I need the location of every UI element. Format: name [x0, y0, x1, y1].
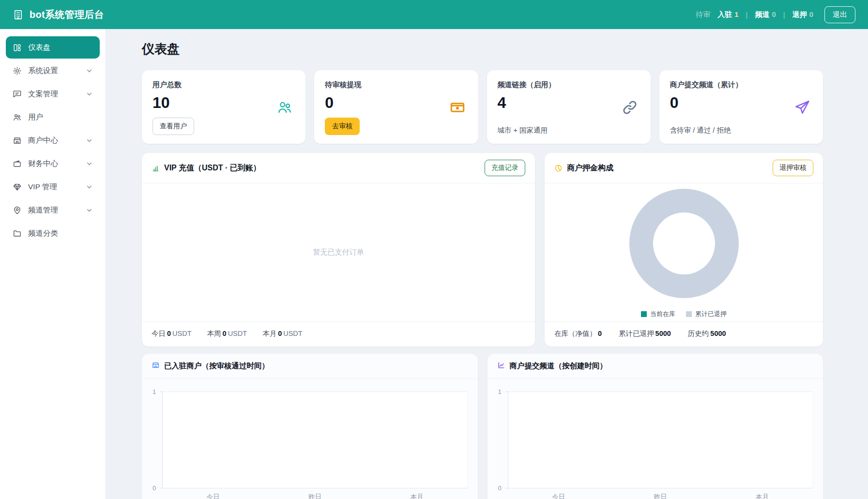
summary-value: 5000: [710, 330, 726, 337]
divider: |: [746, 11, 748, 19]
deposit-refund-review-button[interactable]: 退押审核: [773, 160, 813, 176]
legend-label: 当前在库: [650, 310, 675, 318]
chart-area: 1 0 今日 昨日 本月: [142, 379, 478, 499]
panel-header: VIP 充值（USDT · 已到账） 充值记录: [142, 153, 535, 183]
summary-item: 本月0USDT: [262, 329, 303, 338]
sidebar-item-label: 频道分类: [28, 228, 58, 239]
x-axis-labels: 今日 昨日 本月: [162, 488, 468, 499]
sidebar-item-label: 商户中心: [28, 136, 58, 146]
counter-label: 频道: [755, 10, 769, 19]
sidebar-item-label: VIP 管理: [28, 182, 57, 192]
counter-label: 入驻: [717, 10, 732, 19]
counter-deposit-refund[interactable]: 退押 0: [792, 10, 813, 19]
donut-legend: 当前在库 累计已退押: [641, 310, 727, 318]
comment-icon: [13, 90, 22, 99]
chevron-down-icon: [86, 137, 93, 144]
go-review-button[interactable]: 去审核: [325, 118, 360, 135]
x-axis-labels: 今日 昨日 本月: [508, 488, 814, 499]
summary-item: 今日0USDT: [152, 329, 192, 338]
users-icon: [276, 99, 293, 116]
summary-unit: USDT: [172, 330, 191, 337]
stat-cards-row: 用户总数 10 查看用户 待审核提现 0 去审核 频: [142, 70, 823, 144]
pending-review-label: 待审: [696, 10, 710, 19]
sidebar-item-dashboard[interactable]: 仪表盘: [6, 36, 100, 59]
bottom-row: 已入驻商户（按审核通过时间） 1 0 今日 昨日 本月: [142, 354, 823, 499]
y-axis-tick: 1: [498, 388, 502, 395]
legend-item-in-stock[interactable]: 当前在库: [641, 310, 675, 318]
sidebar-item-users[interactable]: 用户: [6, 106, 100, 128]
sidebar-item-channel-category[interactable]: 频道分类: [6, 222, 100, 244]
chevron-down-icon: [86, 160, 93, 167]
panel-title: 商户押金构成: [567, 163, 613, 173]
sidebar-item-label: 系统设置: [28, 66, 58, 76]
summary-value: 0: [167, 330, 171, 337]
divider: |: [783, 11, 785, 19]
view-users-button[interactable]: 查看用户: [152, 118, 194, 135]
sidebar-item-label: 频道管理: [28, 205, 58, 215]
counter-merchant-join[interactable]: 入驻 1: [717, 10, 738, 19]
summary-value: 0: [278, 330, 282, 337]
counter-value: 1: [734, 10, 738, 18]
chevron-down-icon: [86, 183, 93, 191]
x-axis-tick: 本月: [366, 493, 468, 499]
recharge-records-button[interactable]: 充值记录: [485, 160, 525, 176]
panel-title: 商户提交频道（按创建时间）: [510, 361, 608, 371]
sidebar-item-label: 仪表盘: [28, 43, 51, 53]
stat-footnote: 含待审 / 通过 / 拒绝: [670, 126, 731, 134]
empty-state-text: 暂无已支付订单: [313, 248, 364, 257]
stat-value: 10: [152, 95, 295, 110]
summary-label: 本周: [207, 330, 221, 337]
legend-label: 累计已退押: [695, 310, 727, 318]
vip-summary: 今日0USDT 本周0USDT 本月0USDT: [142, 321, 535, 347]
middle-row: VIP 充值（USDT · 已到账） 充值记录 暂无已支付订单 今日0USDT …: [142, 153, 823, 347]
vip-chart-area: 暂无已支付订单: [142, 183, 535, 321]
logout-button[interactable]: 退出: [824, 6, 855, 23]
chevron-down-icon: [86, 91, 93, 98]
sidebar: 仪表盘 系统设置 文案管理 用户: [0, 29, 106, 499]
deposit-summary: 在库（净值）0 累计已退押5000 历史约5000: [545, 321, 823, 347]
sidebar-item-vip-management[interactable]: VIP 管理: [6, 176, 100, 198]
stat-card-channel-links: 频道链接（启用） 4 城市 + 国家通用: [487, 70, 651, 144]
sidebar-item-channel-management[interactable]: 频道管理: [6, 199, 100, 221]
sidebar-item-system-settings[interactable]: 系统设置: [6, 60, 100, 82]
sidebar-item-label: 用户: [28, 112, 43, 122]
empty-plot: 1 0: [508, 392, 814, 488]
summary-value: 5000: [655, 330, 671, 337]
sidebar-item-finance-center[interactable]: 财务中心: [6, 152, 100, 175]
sidebar-item-copy-management[interactable]: 文案管理: [6, 83, 100, 105]
panel-title: VIP 充值（USDT · 已到账）: [164, 163, 261, 173]
x-axis-tick: 本月: [712, 493, 814, 499]
donut-chart: [629, 189, 739, 298]
chevron-down-icon: [86, 207, 93, 214]
summary-item: 在库（净值）0: [554, 329, 603, 338]
app-brand: bot系统管理后台: [13, 8, 104, 21]
counter-channel[interactable]: 频道 0: [755, 10, 776, 19]
tick-mark: [506, 392, 508, 392]
y-axis-tick: 0: [152, 484, 156, 492]
top-bar: bot系统管理后台 待审 入驻 1 | 频道 0 | 退押 0 退出: [0, 0, 868, 29]
stat-value: 0: [325, 95, 467, 110]
pie-chart-icon: [554, 164, 563, 172]
legend-item-refunded[interactable]: 累计已退押: [686, 310, 727, 318]
stat-card-pending-withdrawals: 待审核提现 0 去审核: [314, 70, 478, 144]
sidebar-item-merchant-center[interactable]: 商户中心: [6, 129, 100, 151]
merchant-deposit-panel: 商户押金构成 退押审核 当前在库 累计已退押 在: [545, 153, 823, 347]
stat-value: 4: [498, 95, 640, 110]
summary-unit: USDT: [228, 330, 247, 337]
sidebar-item-label: 文案管理: [28, 89, 58, 99]
summary-value: 0: [598, 330, 602, 337]
bar-chart-icon: [152, 164, 160, 172]
stat-label: 待审核提现: [325, 80, 467, 90]
deposit-chart-area: 当前在库 累计已退押: [545, 183, 823, 321]
panel-header: 商户提交频道（按创建时间）: [487, 354, 823, 379]
chevron-down-icon: [86, 67, 93, 75]
merchant-channels-chart-panel: 商户提交频道（按创建时间） 1 0 今日 昨日 本月: [487, 354, 823, 499]
summary-label: 本月: [262, 330, 276, 337]
y-axis-tick: 1: [152, 388, 156, 395]
storefront-icon: [152, 361, 160, 371]
summary-label: 在库（净值）: [554, 330, 596, 337]
paper-plane-icon: [794, 99, 810, 116]
building-icon: [13, 9, 24, 20]
location-pin-icon: [13, 206, 22, 215]
tick-mark: [506, 488, 508, 488]
